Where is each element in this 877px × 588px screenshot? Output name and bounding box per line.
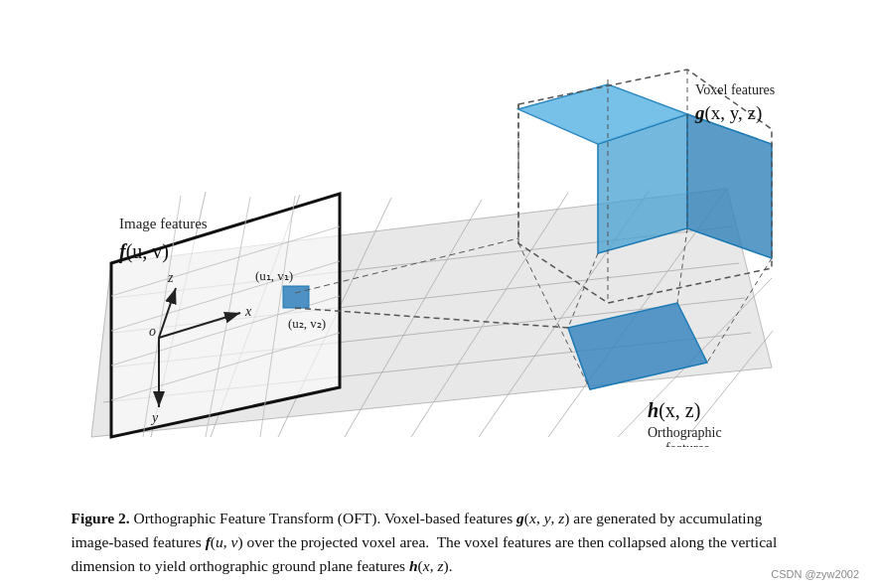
diagram-area: Image features f(u, v) bbox=[0, 0, 877, 497]
main-container: Image features f(u, v) bbox=[0, 0, 877, 588]
u2v2-label: (u₂, v₂) bbox=[288, 316, 326, 331]
figure-caption: Figure 2. Orthographic Feature Transform… bbox=[52, 497, 826, 588]
u1v1-label: (u₁, v₁) bbox=[255, 268, 293, 283]
g-xyz-label: g(x, y, z) bbox=[694, 102, 762, 124]
point-u1v1 bbox=[283, 286, 309, 308]
f-math: f bbox=[206, 533, 211, 550]
h-math: h bbox=[409, 557, 418, 574]
diagram-svg: Image features f(u, v) bbox=[32, 50, 846, 447]
z-axis-label: z bbox=[167, 270, 174, 285]
f-uv-label: f(u, v) bbox=[119, 240, 169, 263]
g-math: g bbox=[516, 510, 524, 526]
watermark: CSDN @zyw2002 bbox=[771, 568, 859, 580]
features-label: features bbox=[665, 441, 709, 447]
svg-rect-37 bbox=[283, 286, 309, 308]
x-axis-label: x bbox=[244, 304, 252, 319]
image-features-label: Image features bbox=[119, 216, 208, 231]
origin-o-label: o bbox=[149, 324, 156, 339]
orthographic-label: Orthographic bbox=[648, 425, 722, 440]
h-xz-label: h(x, z) bbox=[648, 399, 700, 422]
y-axis-label: y bbox=[150, 410, 159, 425]
figure-label: Figure 2. bbox=[72, 510, 130, 526]
voxel-features-label: Voxel features bbox=[695, 82, 775, 97]
